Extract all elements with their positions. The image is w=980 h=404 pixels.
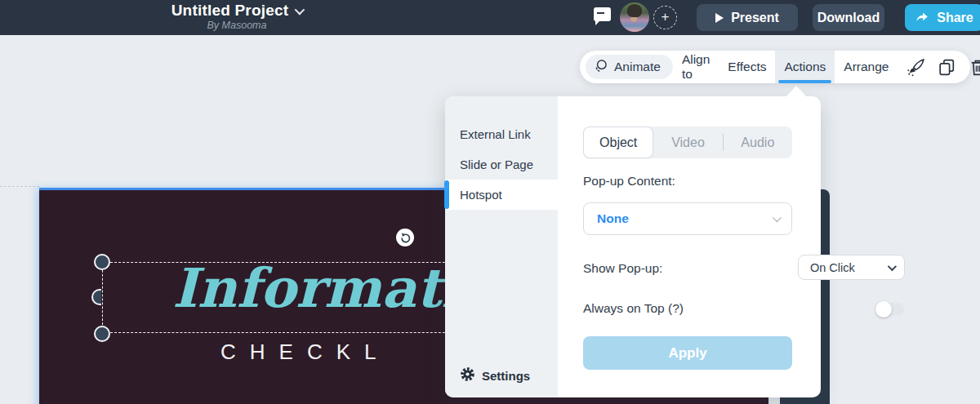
hotspot-panel: Object Video Audio Pop-up Content: None … <box>558 96 821 397</box>
nav-item-settings[interactable]: Settings <box>460 366 530 384</box>
chevron-down-icon <box>773 213 782 222</box>
project-title[interactable]: Untitled Project <box>172 2 289 20</box>
nav-item-external-link[interactable]: External Link <box>445 119 558 149</box>
actions-popup: External Link Slide or Page Hotspot Sett… <box>445 96 821 397</box>
present-button[interactable]: Present <box>697 4 798 31</box>
chevron-down-icon[interactable] <box>295 4 305 15</box>
toolbar-actions[interactable]: Actions <box>775 51 835 83</box>
show-popup-label: Show Pop-up: <box>583 261 662 276</box>
media-tabs: Object Video Audio <box>583 127 792 158</box>
download-button[interactable]: Download <box>813 4 884 31</box>
avatar[interactable] <box>620 2 649 32</box>
slide-subheading-text[interactable]: CHECKL <box>220 340 390 365</box>
toolbar-effects[interactable]: Effects <box>719 51 775 83</box>
animate-icon <box>592 57 609 78</box>
present-label: Present <box>731 11 779 25</box>
toggle-knob <box>875 301 892 317</box>
tab-audio[interactable]: Audio <box>724 127 792 158</box>
add-collaborator-icon[interactable]: + <box>653 6 677 29</box>
context-toolbar: Animate Align to Effects Actions Arrange <box>580 51 970 83</box>
tab-object[interactable]: Object <box>583 127 653 158</box>
share-button[interactable]: Share <box>905 4 980 31</box>
toolbar-animate-button[interactable]: Animate <box>586 55 673 79</box>
toolbar-arrange[interactable]: Arrange <box>835 51 898 83</box>
popup-content-label: Pop-up Content: <box>583 174 675 189</box>
chevron-down-icon <box>888 261 897 270</box>
toolbar-align-to[interactable]: Align to <box>673 51 719 83</box>
trash-icon[interactable] <box>968 57 980 78</box>
play-icon <box>715 13 724 23</box>
duplicate-icon[interactable] <box>937 57 957 78</box>
always-on-top-label: Always on Top (?) <box>583 301 684 316</box>
nav-item-hotspot[interactable]: Hotspot <box>445 180 558 210</box>
paintbrush-icon[interactable] <box>906 57 926 78</box>
slide-top-guide-line <box>0 186 39 187</box>
selection-outline <box>102 262 466 333</box>
share-arrow-icon <box>915 10 929 26</box>
project-byline: By Masooma <box>147 20 327 31</box>
comments-icon[interactable] <box>594 7 611 21</box>
share-label: Share <box>937 11 973 25</box>
settings-label: Settings <box>482 369 530 383</box>
nav-item-slide-or-page[interactable]: Slide or Page <box>445 149 558 180</box>
always-on-top-toggle[interactable] <box>876 303 904 316</box>
download-label: Download <box>817 11 880 25</box>
popup-caret <box>786 86 807 97</box>
actions-popup-nav: External Link Slide or Page Hotspot Sett… <box>445 96 558 397</box>
resize-handle-top-left[interactable] <box>94 254 110 270</box>
apply-button[interactable]: Apply <box>583 336 792 370</box>
show-popup-value: On Click <box>810 261 855 274</box>
animate-label: Animate <box>614 60 661 74</box>
top-bar: Untitled Project By Masooma + Present Do… <box>0 0 980 35</box>
popup-content-value: None <box>597 211 629 226</box>
visme-editor: Information CHECKL Animate Align to <box>0 0 980 404</box>
show-popup-select[interactable]: On Click <box>798 255 905 280</box>
popup-content-select[interactable]: None <box>583 202 792 235</box>
tab-video[interactable]: Video <box>653 127 722 158</box>
gear-icon <box>460 366 475 384</box>
resize-handle-bottom-left[interactable] <box>94 326 110 342</box>
project-title-group[interactable]: Untitled Project By Masooma <box>147 2 327 31</box>
rotate-handle-icon[interactable] <box>396 229 414 246</box>
